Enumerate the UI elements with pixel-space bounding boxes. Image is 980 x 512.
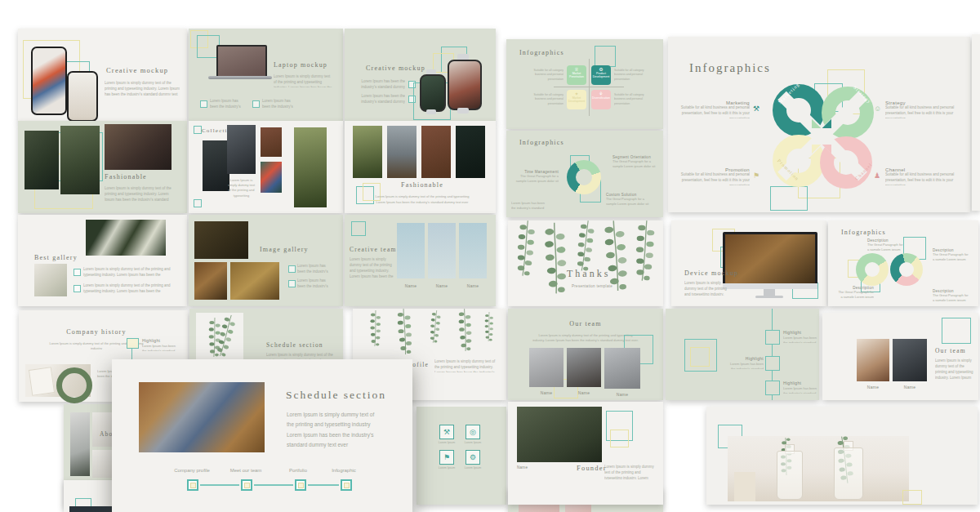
slide-right-sliver: [972, 34, 980, 211]
decor-square: [194, 126, 202, 134]
slide-body: Lorem Ipsum is simply dummy text of the …: [274, 74, 332, 87]
slide-body-line: Lorem Ipsum is simply dummy text of the …: [373, 194, 471, 200]
checkbox-icon: [74, 269, 81, 276]
watch-strap: [457, 108, 469, 114]
slide-laptop-mockup: Laptop mockup Lorem Ipsum is simply dumm…: [189, 29, 343, 121]
body-line: Lorem Ipsum has been the industry's: [287, 430, 389, 440]
milestone-label: Infographic: [321, 468, 367, 473]
donut-label-body: The Great Paragraph for a sample Lorem i…: [510, 174, 559, 184]
photo: [230, 262, 279, 300]
infinity-label-body: The Great Paragraph for a sample Lorem i…: [867, 243, 903, 251]
photo: [456, 126, 485, 178]
matrix-note: Suitable for all category business and p…: [532, 93, 564, 106]
cycle-item-strategy: Strategy Suitable for all kind business …: [885, 100, 963, 118]
photo: [60, 126, 100, 194]
slide-body: Lorem Ipsum is simply dummy text of the …: [684, 281, 732, 296]
slide-title: Device mockup: [684, 269, 738, 277]
photo: [459, 223, 487, 278]
imac-stand: [764, 289, 775, 296]
photo: [261, 162, 282, 193]
matrix-note: Suitable for all category business and p…: [532, 69, 564, 82]
gift-box: [734, 472, 755, 501]
photo: [529, 348, 564, 387]
highlight-label: Highlight: [783, 330, 801, 335]
eucalyptus-branch: [426, 309, 443, 343]
camera-icon: ◎: [466, 425, 480, 439]
slide-body: Lorem Ipsum is simply dummy text of the …: [105, 186, 174, 201]
slide-body: Lorem Ipsum is simply dummy text of the …: [434, 359, 500, 372]
slide-title: Image gallery: [260, 246, 309, 253]
matrix-box-label: Product Development: [591, 72, 611, 78]
slide-body: Lorem Ipsum is simply dummy text of the …: [935, 358, 976, 380]
crown-icon: ♕: [574, 67, 578, 72]
laptop-base: [208, 76, 272, 79]
matrix-box-label: Market Penetration: [567, 72, 586, 78]
slide-title: Schedule section: [266, 341, 323, 349]
photo: [517, 407, 602, 462]
photo: [92, 412, 113, 447]
cycle-item-body: Suitable for all kind business and perso…: [675, 105, 750, 118]
bullet-text: Lorem Ipsum has been the industry's stan…: [262, 99, 298, 109]
milestone-label: Company profile: [169, 468, 215, 473]
icon-label: Lorem Ipsum has been the industry's stan…: [436, 441, 457, 445]
photo: [139, 382, 265, 452]
highlight-label: Highlight: [728, 356, 764, 361]
highlight-box: [127, 338, 139, 349]
photo-caption: Name: [459, 283, 487, 288]
timeline-node: [765, 381, 780, 395]
slide-subtitle: Presentation template: [572, 284, 612, 288]
photo: [397, 223, 425, 278]
matrix-box-green: ♕ Market Penetration: [567, 65, 586, 85]
slide-schedule-main: Schedule section Lorem Ipsum is simply d…: [112, 359, 412, 512]
template-collage: Creative mockup Lorem Ipsum is simply du…: [0, 0, 980, 512]
watch-strap: [426, 109, 436, 114]
bag-icon: ⚑: [439, 450, 454, 465]
milestone-node: [341, 479, 352, 491]
wreath: [56, 367, 92, 403]
infinity-label: Description The Great Paragraph for a sa…: [867, 238, 903, 251]
photo: [194, 262, 227, 300]
watch-mockup: [448, 60, 482, 110]
slide-title: Our team: [557, 320, 614, 327]
photo: [70, 412, 90, 476]
slide-thanks: Thanks Presentation template: [508, 220, 663, 306]
bag-icon: ⚑: [753, 172, 760, 180]
slide-fashionable-2: Fashionable Lorem Ipsum is simply dummy …: [345, 121, 496, 213]
decor-square: [194, 199, 202, 207]
slide-body: Lorem Ipsum is simply dummy text of the …: [227, 178, 256, 198]
slide-founder: Name Founder Lorem Ipsum is simply dummy…: [508, 402, 663, 505]
eucalyptus-branch: [603, 220, 630, 292]
slide-title: Infographics: [689, 61, 771, 75]
cycle-item-body: Suitable for all kind business and perso…: [885, 105, 963, 118]
laptop-screen: [216, 45, 267, 78]
highlight-label: Highlight: [142, 338, 160, 343]
milestone-node-inner: [190, 483, 196, 488]
photo: [261, 127, 282, 157]
axis-line: [589, 59, 590, 116]
slide-creative-mockup-phones: Creative mockup Lorem Ipsum is simply du…: [18, 29, 187, 121]
slide-title: Best gallery: [34, 254, 78, 261]
slide-device-mockup: Device mockup Lorem Ipsum is simply dumm…: [671, 220, 826, 306]
slide-title: Infographics: [841, 229, 886, 236]
eucalyptus-branch: [455, 308, 477, 351]
slide-body: Lorem Ipsum is simply dummy text of the …: [350, 257, 394, 280]
slide-infographics-quadrant: Infographics ♕ Market Penetration ⚙ Prod…: [506, 39, 663, 129]
slide-collection: Collection Lorem Ipsum is simply dummy t…: [189, 121, 343, 213]
slide-body: Lorem Ipsum is simply dummy text of the …: [105, 81, 180, 96]
gear-icon: ⚙: [599, 67, 603, 72]
slide-highlight-timeline: Highlight Lorem Ipsum has been the indus…: [666, 309, 819, 400]
highlight-body: Lorem Ipsum has been the industry's stan…: [783, 386, 819, 394]
donut-hole: [576, 169, 592, 185]
milestone-node: [187, 479, 198, 491]
infinity-label-body: The Great Paragraph for a sample Lorem i…: [933, 252, 969, 260]
matrix-box-teal: ⚙ Product Development: [591, 65, 611, 85]
highlight-body: Lorem Ipsum has been the industry's stan…: [783, 336, 819, 343]
slide-title: Company history: [35, 328, 158, 336]
matrix-note: Suitable for all category business and p…: [614, 93, 645, 106]
matrix-box-pink: ⚘ Diversification: [591, 90, 611, 109]
slide-fashionable-1: Fashionable Lorem Ipsum is simply dummy …: [18, 121, 187, 213]
decor-square: [690, 347, 710, 367]
cycle-item-marketing: Marketing Suitable for all kind business…: [675, 100, 750, 118]
infinity-label: Description The Great Paragraph for a sa…: [933, 248, 969, 260]
icon-label: Lorem Ipsum has been the industry's stan…: [436, 466, 457, 470]
